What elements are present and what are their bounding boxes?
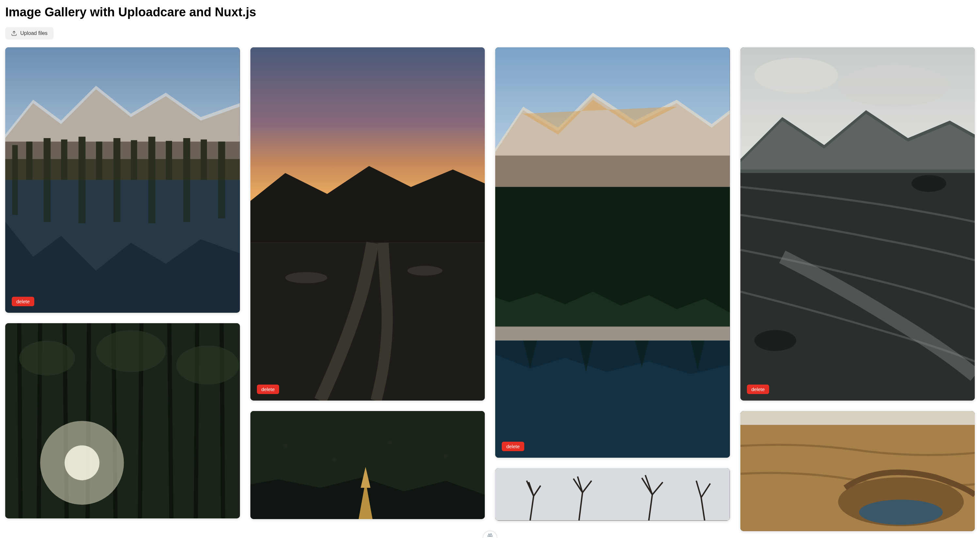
svg-marker-60 [495,187,730,313]
gallery-column: delete [740,47,975,531]
svg-point-52 [444,454,448,459]
svg-rect-10 [96,142,102,180]
gallery-image [5,47,240,313]
svg-point-76 [754,330,796,351]
svg-point-50 [332,458,336,462]
gallery-image [5,323,240,519]
svg-point-51 [388,440,392,445]
svg-marker-43 [250,166,485,243]
upload-icon [11,30,17,36]
svg-point-49 [283,444,287,448]
svg-rect-20 [12,180,18,215]
svg-point-71 [838,65,950,107]
image-card [740,411,975,531]
svg-point-75 [911,175,946,192]
gallery-column: delete [5,47,240,519]
image-card: delete [250,47,485,401]
svg-point-38 [65,445,100,480]
svg-rect-16 [201,139,207,180]
gallery-image [250,47,485,401]
svg-rect-25 [183,180,190,222]
svg-rect-11 [113,138,120,180]
svg-point-39 [19,341,75,376]
svg-point-70 [754,58,838,93]
image-card [250,411,485,519]
image-card: delete [740,47,975,401]
gallery-column: delete [250,47,485,519]
svg-point-40 [96,330,166,372]
svg-rect-26 [218,180,225,218]
svg-rect-15 [183,138,190,180]
gallery-image [740,411,975,531]
svg-rect-23 [113,180,120,222]
nuxt-devtools-badge[interactable] [483,531,497,536]
svg-rect-12 [131,140,137,180]
upload-button-label: Upload files [20,30,48,36]
gallery-image [740,47,975,401]
svg-rect-22 [79,180,86,223]
svg-rect-9 [79,137,86,180]
page-title: Image Gallery with Uploadcare and Nuxt.j… [5,5,975,19]
svg-rect-6 [26,142,32,180]
image-card: delete [495,47,730,458]
delete-button[interactable]: delete [747,385,770,394]
svg-rect-8 [61,139,67,180]
image-card [495,468,730,520]
svg-point-41 [176,345,239,385]
svg-rect-13 [148,137,155,180]
gallery-image [495,47,730,458]
gallery-image [250,411,485,519]
svg-point-45 [285,272,327,283]
svg-line-28 [19,323,21,519]
svg-rect-7 [44,138,51,180]
gallery-image [495,468,730,520]
nuxt-icon [487,533,493,536]
svg-rect-17 [218,142,225,180]
svg-rect-21 [44,180,51,222]
svg-rect-14 [166,141,172,180]
svg-point-80 [859,500,943,525]
delete-button[interactable]: delete [502,442,524,451]
svg-point-46 [407,266,442,275]
gallery-column: delete [495,47,730,521]
image-card [5,323,240,519]
svg-rect-24 [148,180,155,223]
svg-rect-5 [12,145,18,180]
svg-rect-74 [740,173,975,401]
upload-files-button[interactable]: Upload files [5,27,54,40]
svg-rect-77 [740,411,975,425]
image-card: delete [5,47,240,313]
svg-line-34 [169,323,171,519]
delete-button[interactable]: delete [12,297,34,306]
svg-rect-68 [495,468,730,520]
image-gallery: delete [5,47,975,531]
delete-button[interactable]: delete [257,385,280,394]
